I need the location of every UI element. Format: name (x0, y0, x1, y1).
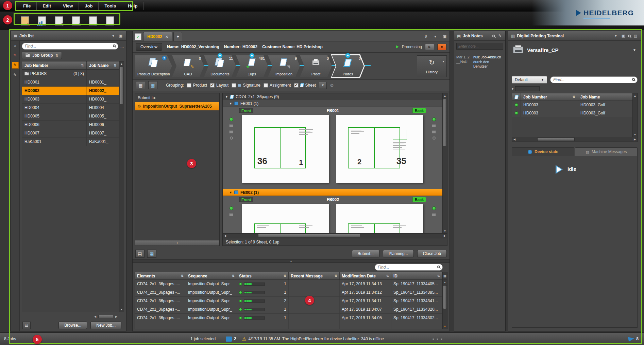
scroll-thumb[interactable] (120, 67, 123, 104)
scroll-left-icon[interactable]: ◀ (223, 234, 227, 238)
info-icon[interactable]: ▾ (162, 56, 167, 60)
tab-machine-messages[interactable]: ▤ Machine Messages (575, 147, 638, 156)
view-mode-table-icon[interactable]: ▦ (136, 81, 145, 89)
menu-job[interactable]: Job (79, 2, 99, 10)
sheet-preview-front[interactable]: 36 1 (242, 115, 329, 183)
vertical-scrollbar[interactable]: ▲ ▼ (442, 93, 447, 233)
sort-icon[interactable]: ⇅ (181, 274, 184, 278)
menu-tools[interactable]: Tools (99, 2, 122, 10)
col-id[interactable]: ID⇅ (391, 272, 442, 279)
pin-icon[interactable]: ▾ (111, 34, 116, 38)
collapse-triangle-icon[interactable]: ▼ (229, 102, 232, 105)
sort-icon[interactable]: ⇅ (573, 95, 575, 99)
job-group-button[interactable]: Job Group ⇅ (22, 52, 62, 59)
sort-icon[interactable]: ⇅ (284, 274, 286, 278)
table-row[interactable]: HD0005HD0005_ (22, 112, 119, 121)
dock-icon[interactable]: ▣ (621, 34, 626, 38)
scroll-down-icon[interactable]: ▼ (443, 324, 447, 329)
horizontal-scrollbar[interactable]: ◀ ▶ (512, 137, 638, 142)
step-proof[interactable]: 0 Proof (300, 54, 332, 79)
step-cad[interactable]: ✎ 0 CAD (172, 54, 204, 79)
scroll-up-icon[interactable]: ▲ (443, 280, 447, 285)
checkbox-sheet[interactable]: ✔ (294, 83, 299, 88)
scroll-thumb[interactable] (98, 315, 113, 318)
browse-button[interactable]: Browse... (58, 322, 87, 329)
step-history[interactable]: ↻ ▾ History (417, 55, 447, 77)
table-row[interactable]: CD74_2x1_36pages -... ImpositionOutput_S… (135, 297, 442, 305)
step-documents[interactable]: ▶ 11 Documents (204, 54, 236, 79)
col-job-name[interactable]: Job Name (578, 93, 632, 101)
grid-view-icon[interactable]: ▦ (147, 250, 156, 258)
scroll-thumb[interactable] (443, 285, 447, 309)
scroll-up-icon[interactable]: ▲ (119, 61, 124, 66)
menu-view[interactable]: View (57, 2, 79, 10)
close-job-button[interactable]: Close Job (417, 250, 447, 257)
table-row[interactable]: HD0007HD0007_ (22, 129, 119, 138)
col-elements[interactable]: Elements⇅ (135, 272, 186, 279)
expand-strip-icon[interactable]: » (12, 42, 19, 49)
list-view-icon[interactable]: ▤ (135, 250, 145, 258)
table-row[interactable]: HD0003 HD0003_Golf (512, 109, 632, 117)
dock-icon[interactable]: ▣ (442, 34, 447, 39)
scroll-left-icon[interactable]: ◀ (512, 137, 517, 142)
fb001-section-header[interactable]: ▼ FB001 (1) (223, 100, 442, 107)
collapse-triangle-icon[interactable]: ▼ (229, 191, 232, 194)
table-row[interactable]: RaKa001RaKa001_ (22, 138, 119, 146)
grouping-assignment[interactable]: Assignment (264, 83, 291, 88)
scroll-thumb[interactable] (443, 99, 447, 146)
table-row-selected[interactable]: HD0002HD0002_ (22, 87, 119, 95)
process-settings-icon[interactable]: ⚙ (52, 14, 65, 28)
close-tab-icon[interactable]: ✕ (165, 35, 168, 39)
submit-button[interactable]: Submit... (352, 250, 379, 257)
col-modification-date[interactable]: Modification Date⇅ (340, 272, 391, 279)
scroll-right-icon[interactable]: ▶ (632, 137, 637, 142)
step-product-description[interactable]: ▾ Product Description (135, 54, 172, 79)
scroll-thumb[interactable] (258, 234, 360, 237)
grouping-dropdown-icon[interactable]: ▼ (319, 82, 327, 89)
tree-filter-field[interactable] (515, 86, 540, 91)
active-filter-icon[interactable]: ✎ (12, 62, 19, 69)
sort-icon[interactable]: ⇅ (81, 63, 84, 67)
tab-device-state[interactable]: i Device state (512, 147, 574, 156)
note-entry[interactable]: Mar 1, 2 __NoU null: Job-Abbruch durch d… (454, 52, 505, 69)
grouping-layout[interactable]: ✔Layout (210, 83, 228, 88)
collapse-all-icon[interactable]: ≫ (424, 34, 428, 39)
step-1ups[interactable]: ▶ ★ 461 1ups (236, 54, 268, 79)
pin-icon[interactable]: ▾ (613, 34, 618, 38)
overview-button[interactable]: Overview (136, 43, 162, 51)
table-row[interactable]: HD0003HD0003_ (22, 95, 119, 104)
menu-file[interactable]: File (17, 2, 37, 10)
col-job-number[interactable]: Job Number⇅ (521, 93, 578, 101)
dpt-find-input[interactable] (550, 76, 638, 83)
table-row[interactable]: CD74_2x1_36pages -... ImpositionOutput_S… (135, 314, 442, 322)
new-job-button[interactable]: New Job... (90, 322, 121, 329)
alert-message-area[interactable]: ⚠ 4/17/19 11:35 AM The HighPerfRenderer … (242, 333, 384, 345)
scroll-left-icon[interactable]: ◀ (93, 314, 98, 319)
table-row[interactable]: HD0003 HD0003_Golf (512, 101, 632, 109)
search-icon[interactable] (628, 35, 631, 37)
sort-icon[interactable]: ⇅ (335, 274, 337, 278)
table-row[interactable]: HD0004HD0004_ (22, 104, 119, 112)
col-job-name[interactable]: Job Name⇅ (87, 61, 119, 69)
checkbox-layout[interactable]: ✔ (210, 83, 215, 88)
scroll-right-icon[interactable]: ▶ (114, 314, 119, 319)
clipboard-icon[interactable]: ▤ (22, 322, 31, 329)
new-job-icon[interactable]: ✎ (18, 14, 31, 28)
tab-hd0002[interactable]: HD0002 ✕ (143, 32, 172, 41)
sort-icon[interactable]: ⇅ (386, 274, 389, 278)
table-row[interactable]: CD74_2x1_36pages -... ImpositionOutput_S… (135, 305, 442, 314)
preset-select[interactable]: Default ▼ (512, 76, 547, 84)
process-find-input[interactable] (375, 264, 443, 271)
job-statistics-icon[interactable] (35, 14, 48, 28)
stop-button[interactable]: ■ (437, 44, 446, 50)
job-check-icon[interactable]: ✔ (86, 14, 99, 28)
grouping-sheet[interactable]: ✔Sheet (294, 83, 316, 88)
table-row[interactable]: HD0006HD0006_ (22, 121, 119, 129)
send-indicator[interactable]: 8 (628, 333, 639, 345)
fb002-section-header-selected[interactable]: ▼ FB002 (1) (223, 189, 442, 196)
layout-group-header[interactable]: ▼ CD74_2x1_36pages (9) (223, 93, 442, 100)
search-icon[interactable] (492, 35, 495, 37)
vertical-scrollbar[interactable]: ▲ ▼ (632, 93, 637, 137)
grouping-product[interactable]: Product (187, 83, 207, 88)
step-imposition[interactable]: ◥ 9 Imposition (268, 54, 300, 79)
